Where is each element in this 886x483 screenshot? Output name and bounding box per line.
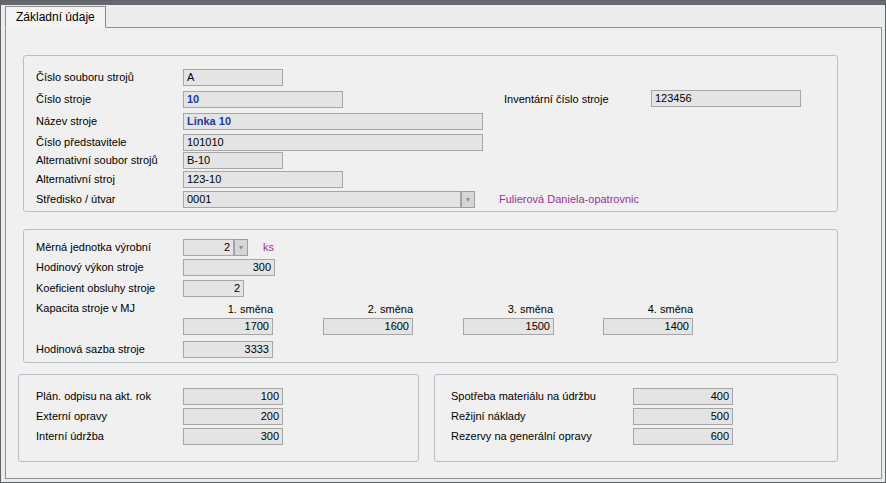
field-cislo-predstavitele[interactable]: 101010: [183, 134, 483, 151]
merna-jednotka-dropdown-button[interactable]: ▾: [234, 239, 248, 256]
label-externi-opravy: Externí opravy: [36, 408, 107, 425]
field-spotreba-materialu[interactable]: 400: [633, 388, 733, 405]
label-inventarni-cislo: Inventární číslo stroje: [504, 91, 609, 108]
label-stredisko: Středisko / útvar: [36, 191, 115, 208]
tab-label: Základní údaje: [16, 10, 95, 24]
label-plan-odpisu: Plán. odpisu na akt. rok: [36, 388, 151, 405]
field-interni-udrzba[interactable]: 300: [183, 428, 283, 445]
label-merna-jednotka: Měrná jednotka výrobní: [36, 239, 151, 256]
label-hodinovy-vykon: Hodinový výkon stroje: [36, 259, 144, 276]
stredisko-dropdown-button[interactable]: ▾: [461, 191, 475, 208]
field-rezervy-opravy[interactable]: 600: [633, 428, 733, 445]
field-hodinovy-vykon[interactable]: 300: [183, 259, 275, 276]
field-nazev-stroje[interactable]: Linka 10: [183, 113, 483, 130]
field-rezijni-naklady[interactable]: 500: [633, 408, 733, 425]
field-alt-soubor[interactable]: B-10: [183, 152, 283, 169]
field-hodinova-sazba[interactable]: 3333: [183, 341, 273, 358]
field-koeficient-obsluhy[interactable]: 2: [183, 280, 244, 297]
label-shift-2: 2. směna: [323, 302, 413, 316]
label-spotreba-materialu: Spotřeba materiálu na údržbu: [451, 388, 596, 405]
label-cislo-predstavitele: Číslo představitele: [36, 134, 127, 151]
field-inventarni-cislo[interactable]: 123456: [651, 90, 801, 107]
field-kapacita-smena-2[interactable]: 1600: [323, 318, 413, 335]
field-kapacita-smena-4[interactable]: 1400: [603, 318, 693, 335]
tab-zakladni-udaje[interactable]: Základní údaje: [5, 6, 106, 28]
field-kapacita-smena-1[interactable]: 1700: [183, 318, 273, 335]
label-nazev-stroje: Název stroje: [36, 113, 97, 130]
label-cislo-stroje: Číslo stroje: [36, 91, 91, 108]
label-rezervy-opravy: Rezervy na generální opravy: [451, 428, 592, 445]
merna-jednotka-unit: ks: [263, 239, 274, 256]
label-shift-3: 3. směna: [463, 302, 553, 316]
field-kapacita-smena-3[interactable]: 1500: [463, 318, 554, 335]
field-cislo-stroje[interactable]: 10: [183, 91, 343, 108]
field-stredisko[interactable]: 0001: [183, 191, 461, 208]
label-shift-1: 1. směna: [183, 302, 273, 316]
label-hodinova-sazba: Hodinová sazba stroje: [36, 341, 145, 358]
window-top-strip: [1, 1, 885, 5]
field-externi-opravy[interactable]: 200: [183, 408, 283, 425]
label-shift-4: 4. směna: [603, 302, 693, 316]
field-alt-stroj[interactable]: 123-10: [183, 171, 343, 188]
stredisko-owner-note: Fulierová Daniela-opatrovnic: [499, 191, 639, 208]
label-alt-soubor: Alternativní soubor strojů: [36, 152, 158, 169]
label-cislo-souboru: Číslo souboru strojů: [36, 69, 134, 86]
field-cislo-souboru[interactable]: A: [183, 69, 283, 86]
label-interni-udrzba: Interní údržba: [36, 428, 104, 445]
label-koeficient-obsluhy: Koeficient obsluhy stroje: [36, 280, 155, 297]
chevron-down-icon: ▾: [239, 243, 243, 252]
label-kapacita-stroje: Kapacita stroje v MJ: [36, 300, 135, 317]
field-plan-odpisu[interactable]: 100: [183, 388, 283, 405]
chevron-down-icon: ▾: [466, 195, 470, 204]
machine-detail-window: Základní údaje Číslo souboru strojů A Čí…: [0, 0, 886, 483]
field-merna-jednotka[interactable]: 2: [183, 239, 234, 256]
label-alt-stroj: Alternativní stroj: [36, 171, 115, 188]
label-rezijni-naklady: Režijní náklady: [451, 408, 526, 425]
